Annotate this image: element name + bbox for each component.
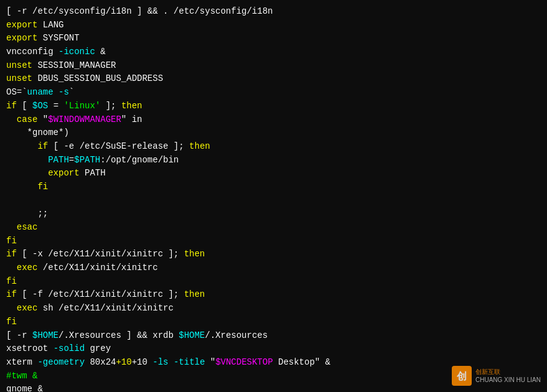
code-line-15 — [6, 194, 541, 208]
code-line-17: esac — [6, 221, 541, 235]
code-line-7: OS=`uname -s` — [6, 86, 541, 100]
code-line-24: fi — [6, 315, 541, 329]
code-line-6: unset DBUS_SESSION_BUS_ADDRESS — [6, 72, 541, 86]
terminal: [ -r /etc/sysconfig/i18n ] && . /etc/sys… — [0, 0, 547, 392]
watermark: 创 创新互联 CHUANG XIN HU LIAN — [452, 366, 541, 386]
code-line-12: PATH=$PATH:/opt/gnome/bin — [6, 154, 541, 167]
code-line-16: ;; — [6, 207, 541, 221]
code-line-1: [ -r /etc/sysconfig/i18n ] && . /etc/sys… — [6, 5, 541, 19]
code-line-8: if [ $OS = 'Linux' ]; then — [6, 100, 541, 113]
code-line-26: xsetroot -solid grey — [6, 342, 541, 356]
code-line-10: *gnome*) — [6, 126, 541, 140]
code-line-19: if [ -x /etc/X11/xinit/xinitrc ]; then — [6, 248, 541, 261]
code-line-14: fi — [6, 180, 541, 194]
code-line-25: [ -r $HOME/.Xresources ] && xrdb $HOME/.… — [6, 329, 541, 343]
watermark-text: 创新互联 CHUANG XIN HU LIAN — [475, 368, 541, 384]
code-line-2: export LANG — [6, 19, 541, 32]
code-line-3: export SYSFONT — [6, 32, 541, 45]
code-line-22: if [ -f /etc/X11/xinit/xinitrc ]; then — [6, 288, 541, 302]
code-line-5: unset SESSION_MANAGER — [6, 59, 541, 73]
code-line-23: exec sh /etc/X11/xinit/xinitrc — [6, 302, 541, 315]
code-line-4: vncconfig -iconic & — [6, 45, 541, 59]
code-line-13: export PATH — [6, 167, 541, 180]
code-line-11: if [ -e /etc/SuSE-release ]; then — [6, 140, 541, 154]
code-line-21: fi — [6, 275, 541, 289]
svg-text:创: 创 — [456, 371, 467, 381]
watermark-logo-icon: 创 — [452, 366, 472, 386]
code-line-9: case "$WINDOWMANAGER" in — [6, 113, 541, 127]
code-line-20: exec /etc/X11/xinit/xinitrc — [6, 261, 541, 275]
code-line-18: fi — [6, 235, 541, 248]
